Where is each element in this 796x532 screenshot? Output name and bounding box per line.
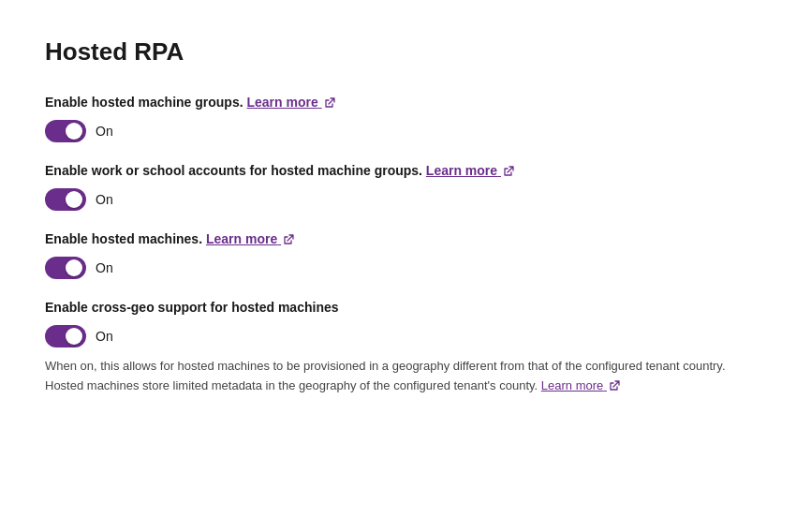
learn-more-link-1[interactable]: Learn more [246,95,334,110]
setting-label-hosted-machine-groups: Enable hosted machine groups. Learn more [45,93,751,112]
toggle-label-3: On [96,260,113,275]
setting-hosted-machines: Enable hosted machines. Learn more On [45,229,751,279]
toggle-row-3: On [45,257,751,279]
toggle-track-3 [45,257,86,279]
setting-label-work-school-accounts: Enable work or school accounts for hoste… [45,161,751,181]
toggle-thumb-1 [66,123,82,140]
setting-label-hosted-machines: Enable hosted machines. Learn more [45,229,751,249]
toggle-label-4: On [96,329,113,344]
toggle-track-1 [45,120,86,142]
cross-geo-description: When on, this allows for hosted machines… [45,357,751,396]
page-title: Hosted RPA [45,37,751,66]
toggle-track-4 [45,325,86,347]
setting-label-cross-geo: Enable cross-geo support for hosted mach… [45,298,751,318]
setting-cross-geo-support: Enable cross-geo support for hosted mach… [45,298,751,396]
toggle-cross-geo-support[interactable] [45,325,86,347]
toggle-track-2 [45,188,86,211]
setting-work-school-accounts: Enable work or school accounts for hoste… [45,161,751,211]
toggle-work-school-accounts[interactable] [45,188,86,211]
learn-more-link-2[interactable]: Learn more [426,163,514,178]
external-link-icon-2 [503,166,514,177]
external-link-icon-1 [324,97,335,109]
learn-more-link-4[interactable]: Learn more [541,378,620,392]
learn-more-link-3[interactable]: Learn more [206,231,294,246]
toggle-label-1: On [96,124,113,139]
toggle-row-2: On [45,188,751,211]
toggle-row-1: On [45,120,751,142]
toggle-thumb-3 [66,259,82,276]
external-link-icon-4 [609,380,620,392]
toggle-label-2: On [96,192,113,207]
toggle-hosted-machine-groups[interactable] [45,120,86,142]
toggle-thumb-4 [66,328,82,345]
external-link-icon-3 [283,234,294,245]
toggle-row-4: On [45,325,751,347]
toggle-hosted-machines[interactable] [45,257,86,279]
setting-hosted-machine-groups: Enable hosted machine groups. Learn more… [45,93,751,142]
toggle-thumb-2 [66,191,82,208]
